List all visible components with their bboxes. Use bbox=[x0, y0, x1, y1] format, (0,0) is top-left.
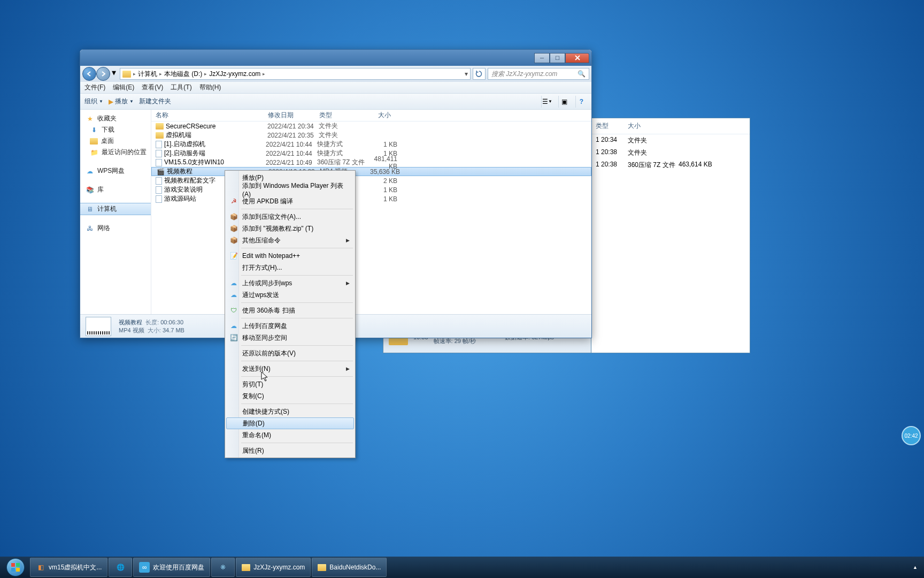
archive-icon: 📦 bbox=[228, 224, 239, 233]
bg-row[interactable]: 1 20:38文件夹 bbox=[590, 147, 750, 159]
ctx-restore-version[interactable]: 还原以前的版本(V) bbox=[226, 347, 354, 359]
breadcrumb-folder[interactable]: JzXJz-yxymz.com bbox=[207, 70, 263, 78]
details-title-block: 视频教程 长度: 00:06:30 MP4 视频 大小: 34.7 MB bbox=[119, 318, 184, 334]
ctx-add-wmp[interactable]: 添加到 Windows Media Player 列表(A) bbox=[226, 184, 354, 195]
submenu-arrow-icon: ▶ bbox=[346, 280, 350, 286]
apkdb-icon: ☭ bbox=[228, 196, 239, 206]
menu-file[interactable]: 文件(F) bbox=[84, 83, 105, 92]
ctx-sync-space[interactable]: 🔄移动至同步空间 bbox=[226, 332, 354, 344]
preview-pane-button[interactable]: ▣ bbox=[558, 96, 570, 108]
ctx-other-compress[interactable]: 📦其他压缩命令▶ bbox=[226, 234, 354, 246]
sidebar-recent[interactable]: 📁最近访问的位置 bbox=[80, 147, 151, 158]
ctx-wps-upload[interactable]: ☁上传或同步到wps▶ bbox=[226, 277, 354, 289]
file-date: 2022/4/21 20:35 bbox=[267, 132, 319, 139]
file-size: 35,636 KB bbox=[368, 168, 400, 176]
forward-button[interactable] bbox=[96, 67, 110, 81]
chevron-right-icon[interactable]: ▸ bbox=[263, 71, 265, 77]
file-row[interactable]: 🎬视频教程2022/4/19 16:33MP4 视频35,636 KB bbox=[151, 167, 591, 176]
ctx-copy[interactable]: 复制(C) bbox=[226, 390, 354, 402]
address-dropdown-icon[interactable]: ▾ bbox=[465, 70, 468, 78]
col-name[interactable]: 名称 bbox=[151, 111, 264, 120]
menu-view[interactable]: 查看(V) bbox=[142, 83, 163, 92]
taskbar-item-vm15[interactable]: ◧vm15虚拟机中文... bbox=[30, 558, 107, 577]
system-tray[interactable]: ▲ bbox=[908, 565, 922, 570]
nav-history-dropdown[interactable]: ▾ bbox=[110, 67, 118, 78]
start-button[interactable] bbox=[2, 558, 29, 577]
bg-row[interactable]: 1 20:34文件夹 bbox=[590, 134, 750, 147]
file-row[interactable]: VM15.5.0支持WIN102022/4/21 10:49360压缩 7Z 文… bbox=[151, 158, 591, 167]
ctx-add-zip[interactable]: 📦添加到 "视频教程.zip" (T) bbox=[226, 223, 354, 234]
help-button[interactable]: ? bbox=[575, 96, 587, 108]
video-icon: 🎬 bbox=[156, 168, 165, 176]
taskbar-item-chrome[interactable]: 🌐 bbox=[109, 558, 132, 577]
minimize-button[interactable]: ─ bbox=[534, 53, 550, 63]
ctx-open-with[interactable]: 打开方式(H)... bbox=[226, 262, 354, 273]
file-type: 快捷方式 bbox=[317, 149, 365, 158]
sidebar-computer[interactable]: 🖥计算机 bbox=[80, 203, 151, 215]
col-date[interactable]: 修改日期 bbox=[264, 111, 315, 120]
search-input[interactable]: 搜索 JzXJz-yxymz.com 🔍 bbox=[488, 68, 589, 80]
menu-edit[interactable]: 编辑(E) bbox=[113, 83, 134, 92]
file-row[interactable]: 游戏安装说明1 KB bbox=[151, 185, 591, 194]
close-button[interactable] bbox=[565, 53, 589, 63]
ctx-notepad[interactable]: 📝Edit with Notepad++ bbox=[226, 250, 354, 262]
svg-rect-0 bbox=[11, 563, 15, 567]
breadcrumb-computer[interactable]: 计算机 bbox=[136, 70, 159, 79]
ctx-properties[interactable]: 属性(R) bbox=[226, 445, 354, 457]
bg-col-size[interactable]: 大小 bbox=[628, 121, 679, 131]
sidebar-downloads[interactable]: ⬇下载 bbox=[80, 124, 151, 135]
ctx-apkdb[interactable]: ☭使用 APKDB 编译 bbox=[226, 195, 354, 207]
col-size[interactable]: 大小 bbox=[363, 111, 395, 120]
ctx-send-to[interactable]: 发送到(N)▶ bbox=[226, 363, 354, 375]
sidebar-favorites[interactable]: ★收藏夹 bbox=[80, 113, 151, 124]
view-options-button[interactable]: ☰ ▼ bbox=[541, 96, 553, 108]
video-timestamp-badge: 02:42 bbox=[902, 426, 921, 445]
file-list[interactable]: SecureCRSecure2022/4/21 20:34文件夹虚拟机端2022… bbox=[151, 121, 591, 314]
menu-tools[interactable]: 工具(T) bbox=[171, 83, 191, 92]
app-icon: ◧ bbox=[36, 562, 45, 572]
search-icon: 🔍 bbox=[578, 70, 586, 78]
bg-col-type[interactable]: 类型 bbox=[596, 121, 628, 131]
refresh-button[interactable] bbox=[473, 68, 486, 80]
sidebar-network[interactable]: 🖧网络 bbox=[80, 223, 151, 234]
play-button[interactable]: ▶ 播放 ▼ bbox=[109, 97, 134, 106]
col-type[interactable]: 类型 bbox=[315, 111, 363, 120]
breadcrumb-bar[interactable]: ▸ 计算机 ▸ 本地磁盘 (D:) ▸ JzXJz-yxymz.com ▸ ▾ bbox=[120, 68, 471, 80]
taskbar-item-app[interactable]: ❋ bbox=[211, 558, 235, 577]
menu-help[interactable]: 帮助(H) bbox=[199, 83, 221, 92]
taskbar: ◧vm15虚拟机中文... 🌐 ∞欢迎使用百度网盘 ❋ JzXJz-yxymz.… bbox=[0, 557, 924, 578]
file-row[interactable]: [1].启动虚拟机2022/4/21 10:44快捷方式1 KB bbox=[151, 140, 591, 149]
svg-rect-1 bbox=[16, 563, 20, 567]
folder-icon bbox=[318, 564, 326, 571]
file-row[interactable]: SecureCRSecure2022/4/21 20:34文件夹 bbox=[151, 121, 591, 131]
ctx-360-scan[interactable]: 🛡使用 360杀毒 扫描 bbox=[226, 305, 354, 316]
organize-button[interactable]: 组织 ▼ bbox=[84, 97, 103, 106]
ctx-create-shortcut[interactable]: 创建快捷方式(S) bbox=[226, 406, 354, 417]
taskbar-item-explorer2[interactable]: BaiduNetdiskDo... bbox=[312, 558, 387, 577]
sidebar-desktop[interactable]: 桌面 bbox=[80, 135, 151, 147]
titlebar[interactable]: ─ ☐ bbox=[80, 50, 591, 66]
windows-logo-icon bbox=[6, 558, 25, 576]
file-row[interactable]: 视频教程配套文字2 KB bbox=[151, 176, 591, 185]
tray-arrow-icon[interactable]: ▲ bbox=[913, 565, 918, 570]
ctx-add-archive[interactable]: 📦添加到压缩文件(A)... bbox=[226, 211, 354, 223]
ctx-cut[interactable]: 剪切(T) bbox=[226, 378, 354, 390]
file-row[interactable]: 虚拟机端2022/4/21 20:35文件夹 bbox=[151, 131, 591, 140]
breadcrumb-drive[interactable]: 本地磁盘 (D:) bbox=[162, 70, 204, 79]
ctx-delete[interactable]: 删除(D) bbox=[226, 417, 354, 429]
taskbar-item-explorer1[interactable]: JzXJz-yxymz.com bbox=[236, 558, 311, 577]
maximize-button[interactable]: ☐ bbox=[550, 53, 565, 63]
sidebar-wps[interactable]: ☁WPS网盘 bbox=[80, 165, 151, 177]
taskbar-item-baidu[interactable]: ∞欢迎使用百度网盘 bbox=[133, 558, 210, 577]
sidebar-libraries[interactable]: 📚库 bbox=[80, 184, 151, 195]
bg-row[interactable]: 1 20:38360压缩 7Z 文件463,614 KB bbox=[590, 159, 750, 171]
ctx-rename[interactable]: 重命名(M) bbox=[226, 429, 354, 441]
ctx-baidu-upload[interactable]: ☁上传到百度网盘 bbox=[226, 320, 354, 332]
refresh-icon bbox=[475, 70, 483, 78]
file-name: SecureCRSecure bbox=[166, 123, 267, 130]
back-button[interactable] bbox=[82, 67, 96, 81]
new-folder-button[interactable]: 新建文件夹 bbox=[139, 97, 171, 106]
ctx-wps-send[interactable]: ☁通过wps发送 bbox=[226, 289, 354, 301]
file-row[interactable]: 游戏源码站式1 KB bbox=[151, 194, 591, 203]
library-icon: 📚 bbox=[86, 186, 94, 194]
